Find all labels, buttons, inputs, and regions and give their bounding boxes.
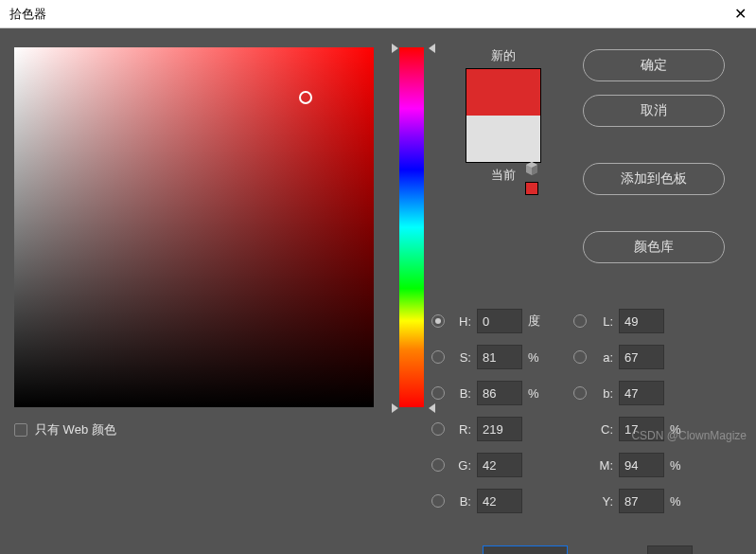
- input-bh[interactable]: [477, 381, 522, 405]
- input-m[interactable]: [619, 453, 664, 477]
- input-g[interactable]: [477, 453, 522, 477]
- input-a[interactable]: [619, 345, 664, 369]
- ok-button[interactable]: 确定: [583, 49, 725, 81]
- unit-h: 度: [528, 313, 547, 330]
- web-colors-checkbox[interactable]: [14, 423, 27, 437]
- input-r[interactable]: [477, 417, 522, 441]
- radio-a[interactable]: [573, 350, 587, 364]
- radio-g[interactable]: [431, 458, 445, 472]
- radio-h[interactable]: [431, 314, 445, 328]
- radio-br[interactable]: [431, 494, 445, 508]
- window-title: 拾色器: [9, 6, 46, 23]
- web-colors-label: 只有 Web 颜色: [35, 421, 116, 438]
- label-k: K:: [615, 551, 636, 555]
- label-y: Y:: [592, 494, 613, 509]
- new-color-preview: [466, 69, 540, 116]
- unit-bh: %: [528, 386, 547, 401]
- label-s: S:: [450, 350, 471, 365]
- watermark: CSDN @ClownMagize: [631, 429, 747, 442]
- radio-l[interactable]: [573, 314, 587, 328]
- hue-arrow-bottom-left-icon[interactable]: [392, 403, 398, 413]
- titlebar: 拾色器 ✕: [0, 0, 756, 28]
- new-color-label: 新的: [447, 47, 560, 64]
- numeric-fields: H: 度 L: S: % a: B: % b: R:: [431, 303, 744, 519]
- cancel-button[interactable]: 取消: [583, 95, 725, 127]
- unit-s: %: [528, 350, 547, 365]
- unit-m: %: [670, 458, 689, 473]
- input-k[interactable]: [647, 545, 693, 554]
- radio-r[interactable]: [431, 422, 445, 436]
- input-l[interactable]: [619, 309, 664, 333]
- label-c: C:: [592, 422, 613, 437]
- input-y[interactable]: [619, 489, 664, 513]
- label-br: B:: [450, 494, 471, 509]
- input-b[interactable]: [619, 381, 664, 405]
- input-s[interactable]: [477, 345, 522, 369]
- label-m: M:: [592, 458, 613, 473]
- saturation-value-field[interactable]: [14, 47, 374, 407]
- current-color-preview[interactable]: [466, 116, 540, 162]
- input-h[interactable]: [477, 309, 522, 333]
- input-br[interactable]: [477, 489, 522, 513]
- hue-arrow-right-icon[interactable]: [429, 44, 435, 53]
- label-g: G:: [450, 458, 471, 473]
- unit-k: %: [698, 551, 717, 555]
- warning-swatch[interactable]: [525, 182, 538, 195]
- add-swatch-button[interactable]: 添加到色板: [583, 163, 725, 195]
- hue-arrow-left-icon[interactable]: [392, 44, 398, 53]
- label-h: H:: [450, 314, 471, 329]
- label-bh: B:: [450, 386, 471, 401]
- color-swatch: [466, 68, 541, 163]
- unit-y: %: [670, 494, 689, 509]
- label-b: b:: [592, 386, 613, 401]
- radio-s[interactable]: [431, 350, 445, 364]
- label-a: a:: [592, 350, 613, 365]
- sv-cursor[interactable]: [299, 91, 312, 104]
- current-color-label: 当前: [447, 167, 560, 184]
- hue-slider[interactable]: [399, 47, 424, 407]
- radio-b[interactable]: [573, 386, 587, 400]
- label-r: R:: [450, 422, 471, 437]
- input-hex[interactable]: [483, 545, 568, 554]
- color-libraries-button[interactable]: 颜色库: [583, 231, 725, 263]
- cube-icon[interactable]: [524, 161, 539, 176]
- label-l: L:: [592, 314, 613, 329]
- hex-prefix: #: [468, 551, 475, 555]
- radio-bh[interactable]: [431, 386, 445, 400]
- close-icon[interactable]: ✕: [734, 5, 747, 23]
